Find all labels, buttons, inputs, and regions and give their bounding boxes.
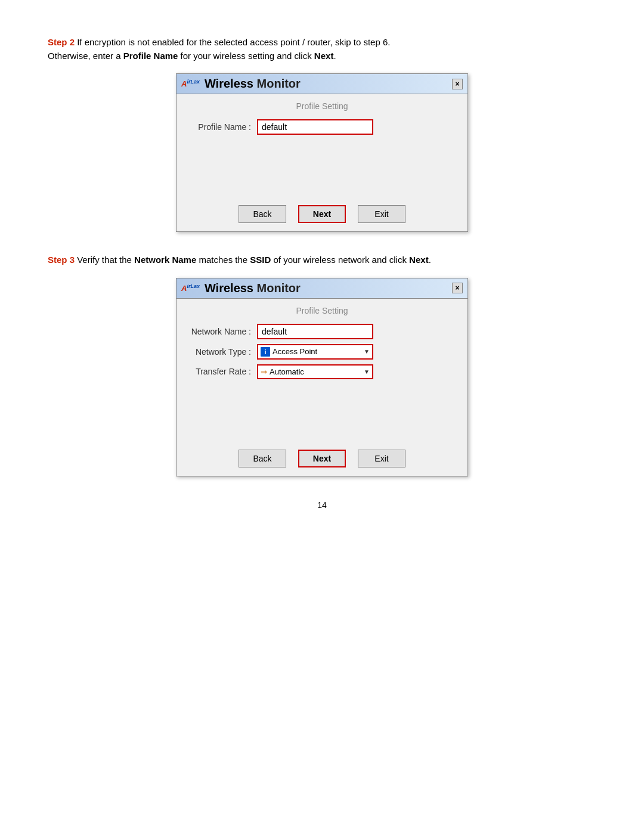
- dialog2-network-name-row: Network Name :: [188, 324, 456, 339]
- dialog2-section-header: Profile Setting: [188, 306, 456, 315]
- dialog2-next-button[interactable]: Next: [298, 450, 346, 467]
- network-type-dropdown-arrow: ▼: [364, 348, 370, 355]
- dialog1-wrapper: AirLax Wireless Monitor × Profile Settin…: [48, 73, 596, 232]
- dialog2-back-button[interactable]: Back: [239, 450, 286, 467]
- dialog1-profile-name-input[interactable]: [257, 119, 373, 135]
- dialog2-network-type-value: Access Point: [273, 347, 364, 356]
- dialog1: AirLax Wireless Monitor × Profile Settin…: [176, 73, 468, 232]
- dialog1-footer: Back Next Exit: [177, 199, 467, 231]
- dialog1-section-header: Profile Setting: [188, 101, 456, 111]
- dialog1-back-button[interactable]: Back: [239, 205, 286, 223]
- step2-text: Step 2 If encryption is not enabled for …: [48, 36, 596, 63]
- step2-label: Step 2: [48, 37, 75, 47]
- page-number: 14: [48, 500, 596, 510]
- dialog1-next-button[interactable]: Next: [298, 205, 346, 223]
- dialog2-close-button[interactable]: ×: [452, 283, 463, 293]
- dialog1-close-button[interactable]: ×: [452, 79, 463, 89]
- dialog1-title: Wireless Monitor: [205, 77, 301, 91]
- step3-label: Step 3: [48, 255, 75, 265]
- dialog2-network-name-label: Network Name :: [188, 327, 257, 336]
- dialog1-logo: AirLax: [181, 79, 200, 88]
- dialog2-body: Profile Setting Network Name : Network T…: [177, 299, 467, 444]
- dialog2-network-name-input[interactable]: [257, 324, 373, 339]
- dialog2-footer: Back Next Exit: [177, 444, 467, 476]
- dialog2-transfer-rate-label: Transfer Rate :: [188, 367, 257, 376]
- dialog2-titlebar: AirLax Wireless Monitor ×: [177, 278, 467, 299]
- dialog2-logo: AirLax: [181, 284, 200, 292]
- dialog2-network-type-select[interactable]: i Access Point ▼: [257, 344, 373, 360]
- dialog1-profile-name-label: Profile Name :: [188, 122, 257, 132]
- dialog1-titlebar: AirLax Wireless Monitor ×: [177, 74, 467, 94]
- step3-text: Step 3 Verify that the Network Name matc…: [48, 253, 596, 267]
- transfer-rate-icon: ⇒: [261, 367, 267, 376]
- dialog2-wrapper: AirLax Wireless Monitor × Profile Settin…: [48, 278, 596, 476]
- dialog2-network-type-label: Network Type :: [188, 347, 257, 357]
- dialog1-profile-name-row: Profile Name :: [188, 119, 456, 135]
- dialog2-transfer-rate-value: Automatic: [270, 367, 364, 376]
- dialog2: AirLax Wireless Monitor × Profile Settin…: [176, 278, 468, 476]
- dialog1-exit-button[interactable]: Exit: [358, 205, 405, 223]
- dialog2-exit-button[interactable]: Exit: [358, 450, 405, 467]
- transfer-rate-dropdown-arrow: ▼: [364, 368, 370, 375]
- dialog2-transfer-rate-row: Transfer Rate : ⇒ Automatic ▼: [188, 364, 456, 379]
- dialog1-body: Profile Setting Profile Name :: [177, 94, 467, 199]
- dialog2-network-type-row: Network Type : i Access Point ▼: [188, 344, 456, 360]
- access-point-icon: i: [261, 347, 270, 357]
- dialog2-title: Wireless Monitor: [205, 281, 301, 295]
- dialog2-transfer-rate-select[interactable]: ⇒ Automatic ▼: [257, 364, 373, 379]
